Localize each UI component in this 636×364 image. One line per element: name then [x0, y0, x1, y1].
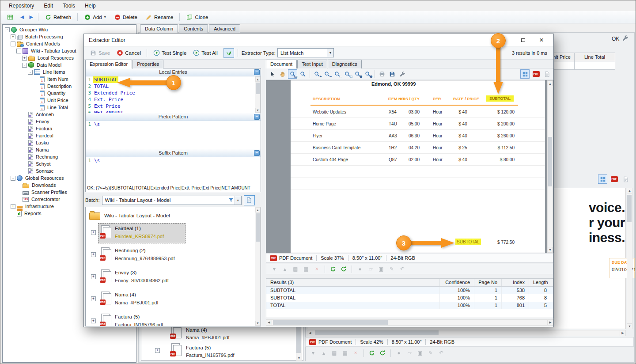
scroll-down-arrow[interactable]: ▼ [627, 323, 632, 329]
rescan-icon[interactable]: ▤ [330, 349, 338, 357]
crop-icon[interactable]: ▱ [367, 265, 375, 273]
adjust-image-icon[interactable]: ▦ [302, 265, 310, 273]
batch-item-nama-4[interactable]: +PDFNama (4)Nama_#PBJ001.pdf [86, 288, 261, 311]
print-icon[interactable] [377, 69, 386, 79]
expand-toggle[interactable]: + [11, 204, 15, 209]
collapse-toggle[interactable]: - [11, 42, 15, 46]
batch-folder-label[interactable]: Nama (4) [186, 327, 207, 333]
expand-toggle[interactable]: + [91, 296, 96, 301]
scroll-left-arrow[interactable]: ◀ [266, 319, 272, 326]
rescan-icon[interactable]: ▤ [292, 265, 299, 273]
batch-folder-label[interactable]: Factura (5) [186, 345, 211, 350]
result-row-subtotal-768[interactable]: SUBTOTAL100%17688 [266, 294, 553, 302]
highlight-results-toggle[interactable] [223, 48, 234, 58]
grid-header-line-total[interactable]: Line Total [574, 53, 615, 61]
expand-toggle[interactable]: + [155, 348, 160, 353]
reload-icon[interactable] [329, 265, 337, 273]
flatten-icon[interactable]: ▾ [309, 349, 317, 357]
thumbnails-icon[interactable] [520, 69, 530, 79]
pan-hand-icon[interactable] [278, 69, 287, 79]
tab-data-column[interactable]: Data Column [140, 24, 178, 33]
scroll-down-arrow[interactable]: ▼ [548, 247, 553, 252]
reprocess-icon[interactable] [379, 349, 386, 357]
tab-advanced[interactable]: Advanced [209, 24, 240, 33]
batch-item-factura-5[interactable]: +PDFFactura (5)Factura_IN165796.pdf [86, 311, 261, 326]
tree-item-grooper-wiki[interactable]: -Grooper Wiki [3, 26, 136, 33]
scroll-up-arrow[interactable]: ▲ [627, 188, 632, 193]
scrollbar-thumb[interactable] [273, 320, 388, 325]
col-length[interactable]: Length [529, 279, 551, 286]
maximize-button[interactable] [517, 36, 529, 44]
scrollbar-thumb[interactable] [256, 213, 260, 242]
extractor-type-select[interactable]: List Match ▼ [277, 48, 334, 57]
add-button[interactable]: Add ▾ [80, 12, 109, 22]
scrollbar-thumb[interactable] [315, 330, 439, 335]
collapse-section-button[interactable]: − [254, 69, 260, 75]
undo-icon[interactable]: ↶ [437, 349, 445, 357]
col-confidence[interactable]: Confidence [440, 279, 474, 286]
crop-icon[interactable]: ▱ [405, 349, 413, 357]
result-row-subtotal-538[interactable]: SUBTOTAL100%15388 [266, 287, 553, 294]
collapse-toggle[interactable]: - [11, 176, 15, 181]
scrollbar-thumb[interactable] [627, 195, 632, 222]
col-index[interactable]: Index [502, 279, 529, 286]
zoom-minus-icon[interactable]: ⊖ [363, 69, 372, 79]
tab-properties[interactable]: Properties [132, 60, 163, 68]
zoom-out-icon[interactable]: − [322, 69, 332, 79]
menu-edit[interactable]: Edit [39, 1, 58, 11]
wrench-icon[interactable] [622, 35, 628, 43]
expand-toggle[interactable]: + [91, 274, 96, 279]
grid-view-button[interactable] [3, 12, 17, 22]
ok-button[interactable]: OK [612, 36, 619, 42]
dialog-title-bar[interactable]: Extractor Editor × [84, 34, 553, 46]
pdf-view-icon[interactable]: PDF [531, 69, 541, 79]
scroll-left-arrow[interactable]: ◀ [307, 330, 313, 336]
batch-root-node[interactable]: Wiki - Tabular Layout - Model [86, 207, 261, 222]
test-single-button[interactable]: Test Single [151, 49, 189, 57]
save-button[interactable]: Save [87, 49, 112, 57]
tab-contents[interactable]: Contents [179, 24, 208, 33]
scrollbar-thumb[interactable] [256, 83, 260, 94]
scroll-up-arrow[interactable]: ▲ [255, 208, 260, 212]
copy-page-icon[interactable]: ▣ [416, 349, 424, 357]
adjust-image-icon[interactable]: ▦ [341, 349, 349, 357]
text-view-icon[interactable] [542, 69, 552, 79]
batch-item-envoy-3[interactable]: +PDFEnvoy (3)Envoy_SIV00004862.pdf [86, 266, 261, 288]
batch-file-label[interactable]: Nama_#PBJ001.pdf [186, 335, 229, 340]
tab-expression-editor[interactable]: Expression Editor [85, 60, 132, 68]
copy-page-icon[interactable]: ▣ [377, 265, 385, 273]
pdf-view-icon[interactable]: PDF [610, 174, 619, 184]
test-all-button[interactable]: Test All [190, 49, 220, 57]
menu-repository[interactable]: Repository [4, 1, 39, 11]
export-page-icon[interactable]: ▴ [320, 349, 328, 357]
annotate-icon[interactable]: ✎ [427, 349, 435, 357]
clone-button[interactable]: Clone [182, 12, 212, 22]
collapse-toggle[interactable]: - [28, 70, 33, 75]
scroll-up-arrow[interactable]: ▲ [255, 77, 260, 82]
delete-button[interactable]: Delete [110, 12, 141, 22]
annotate-icon[interactable]: ✎ [388, 265, 396, 273]
document-viewport[interactable]: Edmond, OK 99999 DESCRIPTIONITEM NOHRS /… [266, 80, 553, 253]
scrollbar-thumb[interactable] [548, 137, 552, 186]
delete-page-icon[interactable]: × [313, 265, 321, 273]
tab-document[interactable]: Document [266, 60, 297, 68]
batch-item-fairdeal-1[interactable]: +PDFFairdeal (1)Fairdeal_KRS8974.pdf [86, 222, 261, 244]
zoom-select-icon[interactable]: ▭ [288, 69, 297, 79]
tab-diagnostics[interactable]: Diagnostics [328, 60, 362, 68]
menu-tools[interactable]: Tools [58, 1, 80, 11]
scroll-down-arrow[interactable]: ▼ [296, 355, 302, 361]
collapse-toggle[interactable]: - [5, 27, 10, 32]
text-view-icon[interactable] [621, 174, 630, 184]
expand-toggle[interactable]: + [22, 56, 27, 61]
flatten-icon[interactable]: ▾ [270, 265, 278, 273]
expand-toggle[interactable]: + [91, 318, 96, 323]
scroll-up-arrow[interactable]: ▲ [548, 81, 553, 86]
result-row-total-801[interactable]: TOTAL100%18015 [266, 302, 553, 309]
cancel-button[interactable]: Cancel [114, 49, 143, 57]
scroll-down-arrow[interactable]: ▼ [255, 321, 260, 326]
delete-page-icon[interactable]: × [352, 349, 360, 357]
collapse-toggle[interactable]: - [22, 63, 27, 68]
reprocess-icon[interactable] [340, 265, 348, 273]
scroll-right-arrow[interactable]: ▶ [547, 319, 553, 326]
expand-toggle[interactable]: + [91, 252, 96, 257]
